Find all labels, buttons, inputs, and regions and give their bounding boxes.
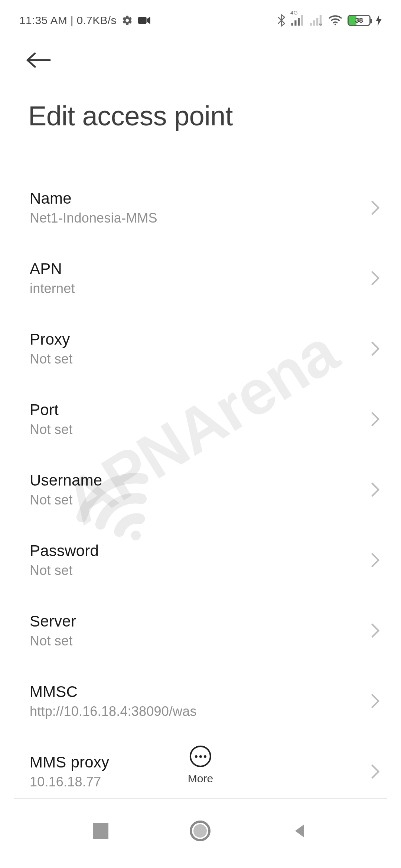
- row-label: Password: [30, 542, 99, 560]
- status-time-value: 11:35 AM: [19, 14, 67, 26]
- arrow-left-icon: [26, 51, 51, 69]
- video-camera-icon: [138, 16, 151, 25]
- svg-rect-5: [301, 15, 303, 26]
- signal-2-icon: [310, 15, 323, 26]
- status-bar: 11:35 AM | 0.7KB/s 4G 38: [0, 0, 401, 30]
- status-left: 11:35 AM | 0.7KB/s: [19, 14, 151, 27]
- row-proxy[interactable]: Proxy Not set: [0, 313, 401, 384]
- svg-rect-1: [138, 17, 147, 24]
- row-label: Username: [30, 471, 102, 489]
- row-name[interactable]: Name Net1-Indonesia-MMS: [0, 172, 401, 243]
- nav-back-button[interactable]: [292, 823, 308, 839]
- row-label: Proxy: [30, 331, 72, 348]
- signal-1-label: 4G: [290, 9, 298, 16]
- row-mmsc[interactable]: MMSC http://10.16.18.4:38090/was: [0, 666, 401, 736]
- row-label: MMSC: [30, 683, 197, 701]
- svg-point-10: [335, 24, 336, 25]
- svg-rect-2: [291, 23, 293, 26]
- chevron-right-icon: [371, 693, 380, 709]
- page-title: Edit access point: [0, 70, 401, 132]
- row-username[interactable]: Username Not set: [0, 454, 401, 525]
- nav-recents-button[interactable]: [93, 823, 108, 839]
- chevron-right-icon: [371, 200, 380, 216]
- svg-rect-4: [298, 18, 300, 26]
- more-button[interactable]: More: [188, 746, 213, 785]
- row-apn[interactable]: APN internet: [0, 243, 401, 313]
- settings-list: Name Net1-Indonesia-MMS APN internet Pro…: [0, 132, 401, 807]
- battery-pct: 38: [349, 16, 369, 24]
- charging-bolt-icon: [376, 15, 382, 26]
- more-label: More: [188, 772, 213, 785]
- row-port[interactable]: Port Not set: [0, 384, 401, 454]
- row-value: internet: [30, 281, 75, 296]
- row-label: Name: [30, 190, 157, 207]
- row-label: Server: [30, 612, 76, 630]
- system-nav-bar: [0, 809, 401, 853]
- settings-gear-icon: [122, 15, 133, 26]
- row-value: Net1-Indonesia-MMS: [30, 210, 157, 226]
- back-button[interactable]: [0, 30, 401, 70]
- more-ellipsis-icon: [190, 746, 211, 767]
- svg-rect-7: [313, 20, 315, 26]
- row-label: APN: [30, 260, 75, 278]
- bottom-divider: [14, 798, 387, 799]
- row-value: Not set: [30, 563, 99, 578]
- nav-home-button[interactable]: [190, 821, 211, 841]
- chevron-right-icon: [371, 341, 380, 356]
- wifi-icon: [328, 15, 342, 26]
- chevron-right-icon: [371, 623, 380, 638]
- chevron-right-icon: [371, 270, 380, 286]
- status-right: 4G 38: [277, 14, 382, 27]
- bluetooth-icon: [277, 14, 286, 27]
- row-value: Not set: [30, 633, 76, 649]
- row-password[interactable]: Password Not set: [0, 525, 401, 595]
- status-time: 11:35 AM | 0.7KB/s: [19, 14, 117, 27]
- svg-rect-8: [316, 18, 318, 26]
- row-value: Not set: [30, 492, 102, 508]
- chevron-right-icon: [371, 482, 380, 497]
- svg-rect-6: [310, 23, 312, 26]
- signal-1-icon: 4G: [291, 15, 304, 26]
- chevron-right-icon: [371, 411, 380, 427]
- chevron-right-icon: [371, 552, 380, 568]
- svg-rect-3: [294, 20, 296, 26]
- row-label: MMS proxy: [30, 753, 109, 771]
- row-label: Port: [30, 401, 72, 419]
- battery-icon: 38: [348, 15, 371, 26]
- status-separator: |: [71, 14, 77, 26]
- row-value: Not set: [30, 422, 72, 437]
- row-value: http://10.16.18.4:38090/was: [30, 704, 197, 719]
- row-value: 10.16.18.77: [30, 774, 109, 790]
- row-value: Not set: [30, 351, 72, 367]
- row-server[interactable]: Server Not set: [0, 595, 401, 666]
- status-netspeed: 0.7KB/s: [77, 14, 117, 26]
- chevron-right-icon: [371, 764, 380, 779]
